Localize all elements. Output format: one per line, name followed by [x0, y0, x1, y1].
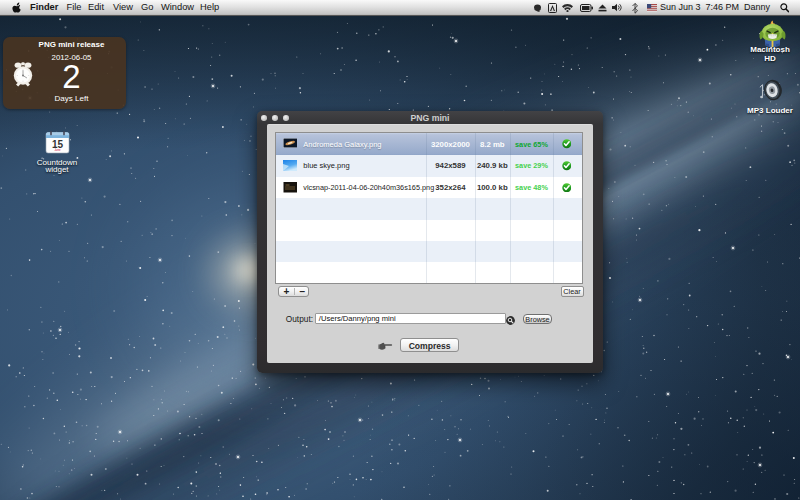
svg-text:June: June	[54, 148, 61, 152]
